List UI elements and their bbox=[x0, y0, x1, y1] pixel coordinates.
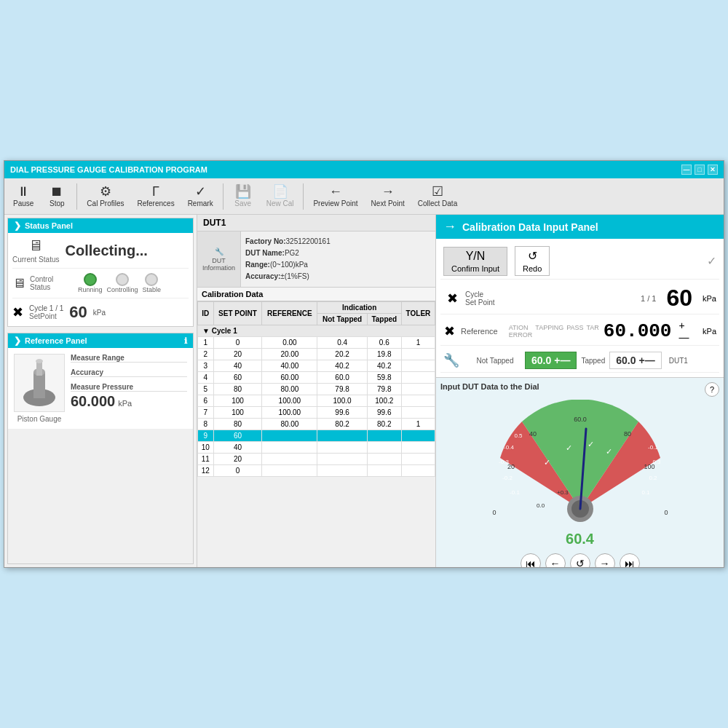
next-point-icon: → bbox=[381, 185, 395, 198]
svg-point-4 bbox=[36, 359, 43, 363]
reference-panel: ❯ Reference Panel ℹ bbox=[7, 333, 194, 564]
accuracy-row: Accuracy bbox=[71, 368, 187, 377]
gauge-help-button[interactable]: ? bbox=[705, 382, 719, 397]
table-row[interactable]: 6100100.00100.0100.2 bbox=[198, 395, 435, 407]
pause-label: Pause bbox=[13, 199, 33, 207]
confirm-input-button[interactable]: Y/N Confirm Input bbox=[443, 247, 507, 276]
gauge-container: 0 20 40 60.0 80 100 0 bbox=[440, 400, 719, 547]
not-tapped-label: Not Tapped bbox=[470, 357, 521, 365]
svg-text:0.1: 0.1 bbox=[641, 489, 650, 496]
gauge-section: Input DUT Data to the Dial ? bbox=[436, 377, 724, 567]
cycle-value: 1 / 1 bbox=[641, 294, 656, 303]
table-row[interactable]: 100.000.40.61 bbox=[198, 337, 435, 349]
controlling-dot bbox=[116, 273, 129, 286]
remark-icon: ✓ bbox=[195, 185, 206, 198]
calibration-table: ID SET POINT REFERENCE Indication TOLER … bbox=[197, 301, 435, 477]
table-row[interactable]: 7100100.0099.699.6 bbox=[198, 407, 435, 419]
toolbar: ⏸ Pause ⏹ Stop ⚙ Cal Profiles Γ Referenc… bbox=[4, 178, 724, 215]
remark-label: Remark bbox=[188, 199, 213, 207]
left-panel: ❯ Status Panel 🖥 Current Status bbox=[4, 215, 197, 567]
table-row[interactable]: 58080.0079.879.8 bbox=[198, 384, 435, 395]
save-button[interactable]: 💾 Save bbox=[227, 183, 259, 210]
set-point-value: 60 bbox=[660, 285, 698, 312]
table-row[interactable]: 120 bbox=[198, 465, 435, 477]
new-cal-button[interactable]: 📄 New Cal bbox=[261, 183, 300, 210]
factory-no: Factory No:32512200161 bbox=[245, 236, 331, 248]
collect-data-button[interactable]: ☑ Collect Data bbox=[412, 183, 463, 210]
table-row[interactable]: 960 bbox=[198, 430, 435, 442]
status-panel-body: 🖥 Current Status Collecting... 🖥 Control bbox=[8, 233, 193, 326]
cal-input-header: → Calibration Data Input Panel bbox=[436, 215, 724, 239]
cycle-row: ▼ Cycle 1 bbox=[198, 325, 435, 337]
preview-point-button[interactable]: ← Preview Point bbox=[307, 183, 363, 210]
col-label-tapping: TAPPING bbox=[535, 324, 563, 339]
status-panel-title: Status Panel bbox=[25, 221, 73, 230]
controlling-indicator: Controlling bbox=[107, 273, 138, 293]
gauge-first-button[interactable]: ⏮ bbox=[521, 553, 541, 567]
dut-info-icon: 🔧 DUTInformation bbox=[197, 232, 241, 287]
table-row[interactable]: 22020.0020.219.8 bbox=[198, 349, 435, 360]
remark-button[interactable]: ✓ Remark bbox=[182, 183, 219, 210]
reference-unit: kPa bbox=[703, 327, 716, 336]
svg-text:60.0: 60.0 bbox=[574, 416, 587, 423]
dut-info-label: DUTInformation bbox=[202, 257, 235, 272]
svg-text:80: 80 bbox=[623, 430, 630, 438]
indicators-group: Running Controlling Stable bbox=[78, 273, 161, 293]
svg-text:✓: ✓ bbox=[587, 440, 594, 448]
references-button[interactable]: Γ References bbox=[132, 183, 181, 210]
cal-table-body: 100.000.40.6122020.0020.219.834040.0040.… bbox=[198, 337, 435, 477]
not-tapped-pm: +— bbox=[554, 355, 570, 366]
minimize-button[interactable]: — bbox=[681, 165, 692, 175]
dut-accuracy: Accuracy:±(1%FS) bbox=[245, 271, 331, 282]
gauge-value-display: 60.4 bbox=[566, 531, 594, 547]
svg-text:✓: ✓ bbox=[566, 443, 572, 452]
svg-text:0.0: 0.0 bbox=[537, 502, 545, 509]
cal-input-arrow-icon: → bbox=[443, 219, 456, 234]
close-button[interactable]: ✕ bbox=[708, 165, 718, 175]
next-point-button[interactable]: → Next Point bbox=[365, 183, 411, 210]
table-row[interactable]: 34040.0040.240.2 bbox=[198, 360, 435, 372]
table-row[interactable]: 88080.0080.280.21 bbox=[198, 419, 435, 430]
dut1-row-label: DUT1 bbox=[669, 357, 688, 365]
accuracy-label: Accuracy bbox=[71, 368, 187, 377]
table-row[interactable]: 46060.0060.059.8 bbox=[198, 372, 435, 384]
svg-text:+0.3: +0.3 bbox=[557, 489, 569, 496]
collect-data-icon: ☑ bbox=[432, 185, 443, 198]
dut-range: Range:(0~100)kPa bbox=[245, 259, 331, 271]
title-bar-controls: — □ ✕ bbox=[681, 165, 718, 175]
setpoint-row: ✖ Cycle 1 / 1 SetPoint 60 kPa bbox=[12, 303, 189, 322]
right-panel: → Calibration Data Input Panel Y/N Confi… bbox=[436, 215, 724, 567]
gauge-title: Input DUT Data to the Dial bbox=[440, 382, 539, 397]
gauge-next-button[interactable]: → bbox=[595, 553, 615, 567]
cal-profiles-button[interactable]: ⚙ Cal Profiles bbox=[81, 183, 130, 210]
reference-info-icon[interactable]: ℹ bbox=[184, 336, 187, 346]
monitor-icon: 🖥 bbox=[28, 237, 43, 254]
gauge-prev-button[interactable]: ← bbox=[545, 553, 566, 567]
col-indication: Indication bbox=[317, 302, 401, 314]
maximize-button[interactable]: □ bbox=[695, 165, 705, 175]
control-status-label: Control Status bbox=[30, 275, 74, 291]
cal-table-scroll[interactable]: ID SET POINT REFERENCE Indication TOLER … bbox=[197, 301, 435, 567]
status-chevron-icon: ❯ bbox=[14, 221, 21, 231]
col-toler: TOLER bbox=[401, 302, 435, 325]
reference-input-row: ✖ Reference ATION ERROR TAPPING PASS TAR… bbox=[440, 317, 719, 346]
svg-text:0.5: 0.5 bbox=[514, 432, 523, 439]
stop-button[interactable]: ⏹ Stop bbox=[41, 183, 73, 210]
table-row[interactable]: 1120 bbox=[198, 454, 435, 465]
next-point-label: Next Point bbox=[371, 199, 405, 207]
pause-button[interactable]: ⏸ Pause bbox=[7, 183, 39, 210]
cycle-text: Cycle bbox=[465, 290, 636, 298]
measure-range-label: Measure Range bbox=[71, 354, 187, 363]
toolbar-separator-3 bbox=[303, 183, 304, 210]
svg-text:-0.1: -0.1 bbox=[648, 444, 658, 451]
tapped-value-box: 60.0 +— bbox=[609, 352, 661, 369]
gauge-svg: 0 20 40 60.0 80 100 0 bbox=[478, 400, 682, 538]
redo-button[interactable]: ↺ Redo bbox=[515, 246, 550, 276]
table-row[interactable]: 1040 bbox=[198, 442, 435, 454]
piston-gauge-image bbox=[14, 354, 65, 412]
pressure-value: 60.000 bbox=[71, 393, 115, 410]
measure-pressure-row: Measure Pressure 60.000 kPa bbox=[71, 383, 187, 410]
gauge-last-button[interactable]: ⏭ bbox=[620, 553, 640, 567]
piston-gauge-image-container: Piston Gauge bbox=[14, 354, 65, 423]
gauge-refresh-button[interactable]: ↺ bbox=[570, 553, 590, 567]
